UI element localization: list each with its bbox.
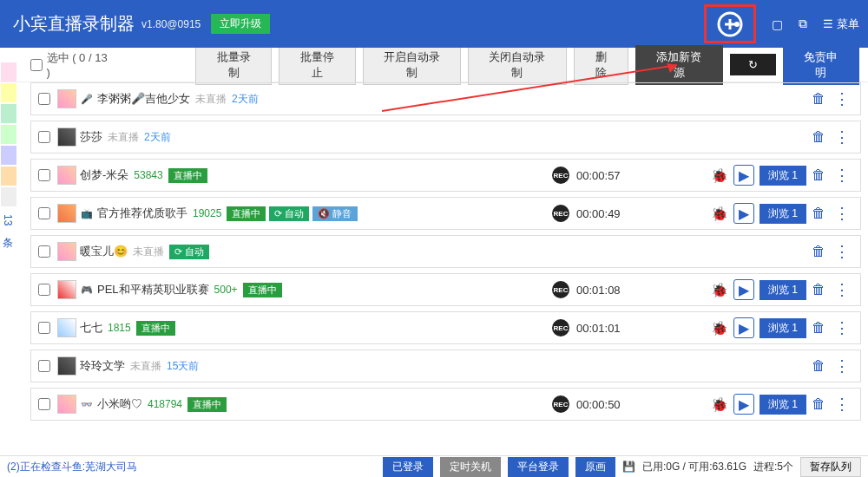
- batch-stop-button[interactable]: 批量停止: [279, 45, 355, 85]
- alert-icon[interactable]: 🐞: [711, 206, 728, 222]
- auto-record-on-button[interactable]: 开启自动录制: [363, 45, 462, 85]
- svg-point-1: [734, 22, 740, 27]
- add-camera-button[interactable]: [704, 4, 756, 43]
- avatar: [57, 89, 76, 108]
- live-badge: 直播中: [243, 283, 282, 297]
- offline-text: 未直播: [130, 359, 161, 374]
- row-checkbox[interactable]: [38, 169, 50, 181]
- live-badge: 直播中: [136, 321, 175, 336]
- more-icon[interactable]: ⋮: [831, 318, 853, 337]
- stream-row[interactable]: 📺官方推荐优质歌手19025直播中⟳ 自动🔇 静音 REC 00:00:49 🐞…: [30, 197, 861, 230]
- play-button[interactable]: ▶: [733, 394, 754, 415]
- stream-row[interactable]: 🎮PEL和平精英职业联赛500+直播中 REC 00:01:08 🐞 ▶ 浏览 …: [30, 273, 861, 306]
- more-icon[interactable]: ⋮: [831, 356, 853, 376]
- trash-icon[interactable]: 🗑: [812, 244, 825, 259]
- refresh-button[interactable]: ↻: [730, 54, 776, 75]
- maximize-icon[interactable]: ▢: [772, 17, 783, 31]
- select-all-checkbox[interactable]: 选中 ( 0 / 13 ): [30, 50, 112, 79]
- stream-row[interactable]: 莎莎未直播2天前🗑 ⋮: [30, 121, 861, 154]
- avatar: [57, 166, 76, 185]
- menu-button[interactable]: ☰ 菜单: [823, 16, 859, 32]
- trash-icon[interactable]: 🗑: [812, 167, 825, 183]
- rec-icon: REC: [552, 167, 569, 184]
- row-checkbox[interactable]: [38, 131, 50, 143]
- avatar: [57, 318, 76, 337]
- trash-icon[interactable]: 🗑: [812, 91, 825, 107]
- rec-icon: REC: [552, 281, 569, 298]
- play-button[interactable]: ▶: [733, 279, 754, 300]
- row-checkbox[interactable]: [38, 93, 50, 105]
- color-swatch[interactable]: [1, 104, 16, 123]
- play-button[interactable]: ▶: [733, 203, 754, 224]
- stream-row[interactable]: 创梦-米朵53843直播中 REC 00:00:57 🐞 ▶ 浏览 1🗑 ⋮: [30, 159, 861, 192]
- more-icon[interactable]: ⋮: [831, 127, 853, 147]
- browse-button[interactable]: 浏览 1: [760, 280, 806, 300]
- row-checkbox[interactable]: [38, 360, 50, 372]
- stream-row[interactable]: 七七1815直播中 REC 00:01:01 🐞 ▶ 浏览 1🗑 ⋮: [30, 311, 861, 344]
- alert-icon[interactable]: 🐞: [711, 396, 728, 413]
- row-checkbox[interactable]: [38, 398, 50, 410]
- row-checkbox[interactable]: [38, 322, 50, 334]
- more-icon[interactable]: ⋮: [831, 204, 853, 223]
- color-swatch[interactable]: [1, 125, 16, 144]
- trash-icon[interactable]: 🗑: [812, 396, 825, 412]
- browse-button[interactable]: 浏览 1: [760, 204, 806, 224]
- trash-icon[interactable]: 🗑: [812, 358, 825, 374]
- play-button[interactable]: ▶: [733, 165, 754, 186]
- window-icon[interactable]: ⧉: [799, 16, 807, 31]
- stream-row[interactable]: 暖宝儿😊未直播⟳ 自动🗑 ⋮: [30, 235, 861, 268]
- app-header: 小宾直播录制器 v1.80@0915 立即升级 ▢ ⧉ ☰ 菜单: [0, 0, 868, 48]
- select-all-input[interactable]: [30, 59, 43, 71]
- row-checkbox[interactable]: [38, 284, 50, 296]
- stream-name: 玲玲文学: [80, 358, 125, 374]
- upgrade-button[interactable]: 立即升级: [211, 14, 270, 34]
- browse-button[interactable]: 浏览 1: [760, 166, 806, 186]
- stream-row[interactable]: 👓小米哟♡418794直播中 REC 00:00:50 🐞 ▶ 浏览 1🗑 ⋮: [30, 388, 861, 421]
- batch-record-button[interactable]: 批量录制: [195, 45, 272, 85]
- color-swatch[interactable]: [1, 83, 16, 102]
- auto-record-off-button[interactable]: 关闭自动录制: [468, 45, 567, 85]
- more-icon[interactable]: ⋮: [831, 395, 853, 414]
- alert-icon[interactable]: 🐞: [711, 282, 728, 298]
- quality-button[interactable]: 原画: [575, 457, 615, 477]
- more-icon[interactable]: ⋮: [831, 89, 853, 108]
- row-checkbox[interactable]: [38, 245, 50, 258]
- filter-label[interactable]: 筛选: [0, 48, 17, 62]
- time-ago: 2天前: [232, 92, 259, 107]
- alert-icon[interactable]: 🐞: [711, 167, 728, 184]
- stream-row[interactable]: 玲玲文学未直播15天前🗑 ⋮: [30, 350, 861, 382]
- delete-button[interactable]: 删除: [574, 45, 628, 85]
- platform-login-button[interactable]: 平台登录: [508, 457, 569, 477]
- browse-button[interactable]: 浏览 1: [760, 395, 806, 415]
- viewer-count: 1815: [108, 322, 131, 334]
- avatar: [57, 242, 76, 261]
- alert-icon[interactable]: 🐞: [711, 320, 728, 337]
- stream-name: 小米哟♡: [97, 396, 142, 412]
- live-badge: 直播中: [187, 397, 227, 412]
- live-badge: 直播中: [168, 168, 207, 183]
- timer-shutdown-button[interactable]: 定时关机: [440, 457, 501, 477]
- add-source-button[interactable]: 添加新资源: [635, 45, 723, 85]
- trash-icon[interactable]: 🗑: [812, 129, 825, 145]
- stream-row[interactable]: 🎤李粥粥🎤吉他少女未直播2天前🗑 ⋮: [30, 82, 861, 115]
- color-swatch[interactable]: [1, 146, 16, 165]
- duration: 00:00:57: [576, 169, 621, 182]
- more-icon[interactable]: ⋮: [831, 166, 853, 185]
- play-button[interactable]: ▶: [733, 317, 754, 338]
- queue-button[interactable]: 暂存队列: [800, 457, 861, 477]
- color-swatch[interactable]: [1, 62, 16, 82]
- trash-icon[interactable]: 🗑: [812, 282, 825, 297]
- color-swatch[interactable]: [1, 167, 16, 186]
- more-icon[interactable]: ⋮: [831, 280, 853, 299]
- browse-button[interactable]: 浏览 1: [760, 318, 806, 338]
- more-icon[interactable]: ⋮: [831, 242, 853, 261]
- color-swatch[interactable]: [1, 187, 16, 206]
- stream-name: 七七: [80, 320, 102, 336]
- disclaimer-button[interactable]: 免责申明: [783, 45, 859, 85]
- trash-icon[interactable]: 🗑: [812, 206, 825, 221]
- live-badge: 直播中: [227, 206, 266, 221]
- row-checkbox[interactable]: [38, 207, 50, 219]
- logged-in-button[interactable]: 已登录: [383, 457, 433, 477]
- stream-name: 暖宝儿😊: [80, 244, 128, 259]
- trash-icon[interactable]: 🗑: [812, 320, 825, 336]
